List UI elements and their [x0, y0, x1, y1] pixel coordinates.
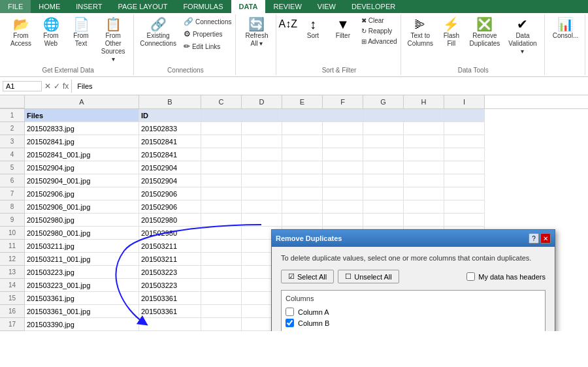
cell-r3-c3[interactable]	[242, 135, 282, 148]
cell-r3-c7[interactable]	[404, 135, 444, 148]
cell-r3-c0[interactable]: 201502841.jpg	[25, 135, 139, 148]
cell-r1-c4[interactable]	[282, 109, 323, 122]
select-all-button[interactable]: ☑ Select All	[281, 270, 334, 283]
cell-r3-c2[interactable]	[201, 135, 242, 148]
cell-r4-c0[interactable]: 201502841_001.jpg	[25, 148, 139, 161]
tab-home[interactable]: HOME	[31, 0, 68, 13]
cell-r5-c5[interactable]	[323, 161, 363, 174]
cell-r12-c2[interactable]	[201, 253, 242, 266]
cell-r8-c2[interactable]	[201, 200, 242, 214]
confirm-formula-icon[interactable]: ✓	[54, 82, 60, 91]
cell-r3-c1[interactable]: 201502841	[139, 135, 201, 148]
dialog-help-button[interactable]: ?	[529, 233, 539, 244]
column-b-item[interactable]: Column B	[286, 317, 541, 328]
cell-r14-c2[interactable]	[201, 279, 242, 292]
tab-page-layout[interactable]: PAGE LAYOUT	[110, 0, 175, 13]
col-header-a[interactable]: A	[25, 95, 139, 108]
text-to-columns-button[interactable]: ⫸ Text toColumns	[405, 16, 436, 50]
cell-r6-c8[interactable]	[444, 174, 485, 187]
cell-r15-c1[interactable]: 201503361	[139, 292, 201, 305]
cell-r8-c7[interactable]	[404, 200, 444, 214]
cell-r3-c8[interactable]	[444, 135, 485, 148]
cell-r1-c7[interactable]	[404, 109, 444, 122]
cell-r7-c5[interactable]	[323, 187, 363, 200]
cell-r8-c8[interactable]	[444, 200, 485, 214]
cell-r9-c7[interactable]	[404, 214, 444, 227]
col-header-d[interactable]: D	[242, 95, 282, 108]
cell-r9-c3[interactable]	[242, 214, 282, 227]
cell-r1-c6[interactable]	[363, 109, 404, 122]
tab-view[interactable]: VIEW	[310, 0, 344, 13]
properties-button[interactable]: ⚙ Properties	[181, 28, 235, 40]
tab-data[interactable]: DATA	[231, 0, 266, 13]
my-data-has-headers-label[interactable]: My data has headers	[466, 272, 546, 281]
unselect-all-button[interactable]: ☐ Unselect All	[338, 270, 399, 283]
cell-r9-c4[interactable]	[282, 214, 323, 227]
dialog-close-button[interactable]: ✕	[540, 233, 551, 244]
cell-r11-c2[interactable]	[201, 240, 242, 253]
cell-r7-c0[interactable]: 201502906.jpg	[25, 187, 139, 200]
from-other-sources-button[interactable]: 📋 From OtherSources ▾	[97, 16, 129, 65]
cell-r6-c5[interactable]	[323, 174, 363, 187]
col-header-i[interactable]: I	[444, 95, 485, 108]
cell-r16-c1[interactable]: 201503361	[139, 305, 201, 318]
cell-r2-c8[interactable]	[444, 122, 485, 135]
cell-r3-c4[interactable]	[282, 135, 323, 148]
cell-r5-c1[interactable]: 201502904	[139, 161, 201, 174]
cell-r12-c1[interactable]: 201503211	[139, 253, 201, 266]
cell-r4-c6[interactable]	[363, 148, 404, 161]
cell-r17-c0[interactable]: 201503390.jpg	[25, 318, 139, 331]
cell-r6-c2[interactable]	[201, 174, 242, 187]
cell-r7-c2[interactable]	[201, 187, 242, 200]
consolidate-button[interactable]: 📊 Consol...	[549, 16, 581, 42]
cell-r2-c3[interactable]	[242, 122, 282, 135]
cell-r16-c0[interactable]: 201503361_001.jpg	[25, 305, 139, 318]
edit-links-button[interactable]: ✏ Edit Links	[181, 40, 235, 52]
cell-r7-c7[interactable]	[404, 187, 444, 200]
cell-r1-c2[interactable]	[201, 109, 242, 122]
cell-r6-c4[interactable]	[282, 174, 323, 187]
col-header-h[interactable]: H	[404, 95, 444, 108]
cell-r12-c0[interactable]: 201503211_001.jpg	[25, 253, 139, 266]
cell-r9-c2[interactable]	[201, 214, 242, 227]
column-a-item[interactable]: Column A	[286, 306, 541, 317]
remove-duplicates-button[interactable]: ❎ RemoveDuplicates	[467, 16, 502, 50]
cell-r1-c3[interactable]	[242, 109, 282, 122]
cell-r5-c4[interactable]	[282, 161, 323, 174]
cell-r9-c5[interactable]	[323, 214, 363, 227]
cell-r11-c1[interactable]: 201503211	[139, 240, 201, 253]
cell-r9-c1[interactable]: 201502980	[139, 214, 201, 227]
cell-r5-c2[interactable]	[201, 161, 242, 174]
cell-r7-c1[interactable]: 201502906	[139, 187, 201, 200]
column-a-checkbox[interactable]	[286, 308, 294, 316]
cell-r8-c4[interactable]	[282, 200, 323, 214]
col-header-b[interactable]: B	[139, 95, 201, 108]
cell-r1-c1[interactable]: ID	[139, 109, 201, 122]
cell-r17-c1[interactable]	[139, 318, 201, 331]
col-header-g[interactable]: G	[363, 95, 404, 108]
cell-r4-c1[interactable]: 201502841	[139, 148, 201, 161]
cell-r17-c2[interactable]	[201, 318, 242, 331]
cell-r4-c2[interactable]	[201, 148, 242, 161]
cell-r7-c4[interactable]	[282, 187, 323, 200]
cell-r13-c2[interactable]	[201, 266, 242, 279]
cell-r2-c5[interactable]	[323, 122, 363, 135]
cell-r10-c0[interactable]: 201502980_001.jpg	[25, 227, 139, 240]
cell-r14-c1[interactable]: 201503223	[139, 279, 201, 292]
data-validation-button[interactable]: ✔ DataValidation ▾	[504, 16, 542, 57]
cell-r8-c0[interactable]: 201502906_001.jpg	[25, 200, 139, 214]
col-header-c[interactable]: C	[201, 95, 242, 108]
cell-r7-c3[interactable]	[242, 187, 282, 200]
cell-r6-c3[interactable]	[242, 174, 282, 187]
cell-r14-c0[interactable]: 201503223_001.jpg	[25, 279, 139, 292]
sort-button[interactable]: ↕ Sort	[299, 16, 327, 42]
from-text-button[interactable]: 📄 FromText	[67, 16, 95, 50]
cell-r2-c4[interactable]	[282, 122, 323, 135]
col-header-f[interactable]: F	[323, 95, 363, 108]
my-data-has-headers-checkbox[interactable]	[466, 272, 475, 281]
column-b-checkbox[interactable]	[286, 319, 294, 327]
cell-r1-c0[interactable]: Files	[25, 109, 139, 122]
formula-input[interactable]	[74, 82, 585, 90]
cell-r9-c6[interactable]	[363, 214, 404, 227]
from-web-button[interactable]: 🌐 FromWeb	[37, 16, 65, 50]
